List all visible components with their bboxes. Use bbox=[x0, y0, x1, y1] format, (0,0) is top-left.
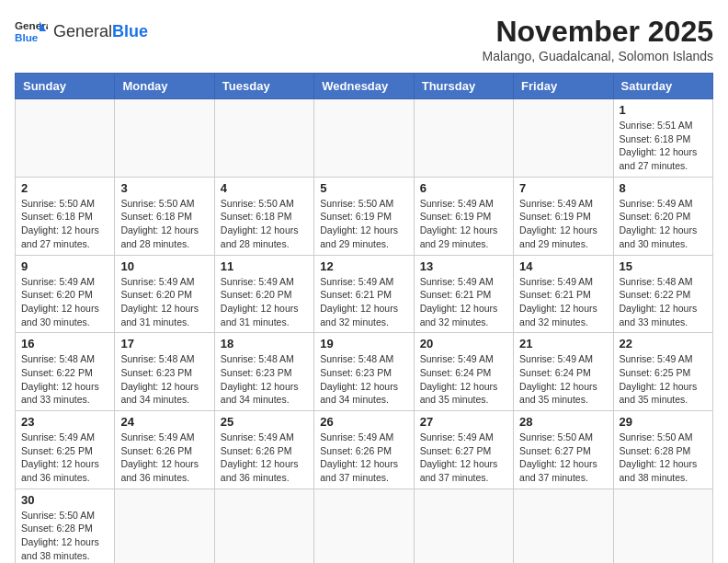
col-friday: Friday bbox=[514, 74, 613, 99]
calendar-cell: 26Sunrise: 5:49 AM Sunset: 6:26 PM Dayli… bbox=[314, 411, 414, 489]
logo: General Blue GeneralBlue bbox=[15, 15, 148, 48]
calendar-cell: 13Sunrise: 5:49 AM Sunset: 6:21 PM Dayli… bbox=[414, 255, 513, 333]
calendar-week-0: 1Sunrise: 5:51 AM Sunset: 6:18 PM Daylig… bbox=[16, 99, 713, 178]
calendar-cell: 7Sunrise: 5:49 AM Sunset: 6:19 PM Daylig… bbox=[514, 177, 613, 255]
col-saturday: Saturday bbox=[613, 74, 712, 99]
day-number: 22 bbox=[620, 337, 707, 350]
calendar-cell: 3Sunrise: 5:50 AM Sunset: 6:18 PM Daylig… bbox=[115, 177, 214, 255]
calendar-cell: 28Sunrise: 5:50 AM Sunset: 6:27 PM Dayli… bbox=[514, 411, 613, 489]
calendar-cell bbox=[314, 99, 414, 178]
calendar-week-1: 2Sunrise: 5:50 AM Sunset: 6:18 PM Daylig… bbox=[16, 177, 713, 255]
day-info: Sunrise: 5:50 AM Sunset: 6:27 PM Dayligh… bbox=[519, 431, 607, 485]
calendar-cell: 6Sunrise: 5:49 AM Sunset: 6:19 PM Daylig… bbox=[414, 177, 513, 255]
day-info: Sunrise: 5:49 AM Sunset: 6:20 PM Dayligh… bbox=[221, 275, 308, 329]
day-number: 28 bbox=[519, 415, 607, 429]
day-number: 5 bbox=[320, 181, 407, 195]
day-info: Sunrise: 5:50 AM Sunset: 6:28 PM Dayligh… bbox=[21, 509, 108, 563]
day-number: 7 bbox=[519, 181, 607, 195]
calendar-table: Sunday Monday Tuesday Wednesday Thursday… bbox=[15, 73, 713, 563]
day-info: Sunrise: 5:49 AM Sunset: 6:25 PM Dayligh… bbox=[620, 352, 707, 407]
header: General Blue GeneralBlue November 2025 M… bbox=[15, 15, 713, 63]
calendar-title: November 2025 bbox=[483, 15, 713, 49]
day-info: Sunrise: 5:50 AM Sunset: 6:18 PM Dayligh… bbox=[120, 197, 208, 251]
calendar-cell bbox=[214, 99, 313, 178]
calendar-week-2: 9Sunrise: 5:49 AM Sunset: 6:20 PM Daylig… bbox=[16, 255, 713, 333]
day-info: Sunrise: 5:49 AM Sunset: 6:21 PM Dayligh… bbox=[420, 275, 507, 329]
calendar-cell bbox=[115, 488, 214, 563]
day-info: Sunrise: 5:49 AM Sunset: 6:27 PM Dayligh… bbox=[420, 431, 507, 485]
calendar-cell: 8Sunrise: 5:49 AM Sunset: 6:20 PM Daylig… bbox=[613, 177, 712, 255]
day-number: 27 bbox=[420, 415, 507, 429]
day-number: 21 bbox=[519, 337, 607, 350]
day-number: 9 bbox=[21, 259, 108, 273]
day-info: Sunrise: 5:49 AM Sunset: 6:20 PM Dayligh… bbox=[620, 197, 707, 251]
day-info: Sunrise: 5:48 AM Sunset: 6:22 PM Dayligh… bbox=[21, 352, 108, 407]
calendar-cell: 19Sunrise: 5:48 AM Sunset: 6:23 PM Dayli… bbox=[314, 333, 414, 411]
day-number: 2 bbox=[21, 181, 108, 195]
calendar-cell: 23Sunrise: 5:49 AM Sunset: 6:25 PM Dayli… bbox=[16, 411, 115, 489]
day-info: Sunrise: 5:48 AM Sunset: 6:23 PM Dayligh… bbox=[221, 352, 308, 407]
col-thursday: Thursday bbox=[414, 74, 513, 99]
calendar-cell bbox=[414, 99, 513, 178]
day-info: Sunrise: 5:50 AM Sunset: 6:18 PM Dayligh… bbox=[221, 197, 308, 251]
day-info: Sunrise: 5:49 AM Sunset: 6:25 PM Dayligh… bbox=[21, 431, 108, 485]
calendar-cell: 30Sunrise: 5:50 AM Sunset: 6:28 PM Dayli… bbox=[16, 488, 115, 563]
day-info: Sunrise: 5:49 AM Sunset: 6:26 PM Dayligh… bbox=[320, 431, 407, 485]
calendar-week-4: 23Sunrise: 5:49 AM Sunset: 6:25 PM Dayli… bbox=[16, 411, 713, 489]
calendar-cell bbox=[214, 488, 313, 563]
col-sunday: Sunday bbox=[16, 74, 115, 99]
calendar-cell bbox=[314, 488, 414, 563]
day-number: 14 bbox=[519, 259, 607, 273]
day-info: Sunrise: 5:49 AM Sunset: 6:26 PM Dayligh… bbox=[120, 431, 208, 485]
day-number: 17 bbox=[120, 337, 208, 350]
day-number: 13 bbox=[420, 259, 507, 273]
calendar-cell: 18Sunrise: 5:48 AM Sunset: 6:23 PM Dayli… bbox=[214, 333, 313, 411]
logo-text: GeneralBlue bbox=[53, 22, 148, 41]
calendar-cell: 14Sunrise: 5:49 AM Sunset: 6:21 PM Dayli… bbox=[514, 255, 613, 333]
day-info: Sunrise: 5:48 AM Sunset: 6:23 PM Dayligh… bbox=[120, 352, 208, 407]
day-number: 25 bbox=[221, 415, 308, 429]
calendar-cell: 15Sunrise: 5:48 AM Sunset: 6:22 PM Dayli… bbox=[613, 255, 712, 333]
day-info: Sunrise: 5:49 AM Sunset: 6:21 PM Dayligh… bbox=[320, 275, 407, 329]
calendar-cell bbox=[115, 99, 214, 178]
calendar-cell bbox=[514, 99, 613, 178]
title-area: November 2025 Malango, Guadalcanal, Solo… bbox=[483, 15, 713, 63]
day-info: Sunrise: 5:49 AM Sunset: 6:24 PM Dayligh… bbox=[519, 352, 607, 407]
day-info: Sunrise: 5:50 AM Sunset: 6:18 PM Dayligh… bbox=[21, 197, 108, 251]
day-info: Sunrise: 5:48 AM Sunset: 6:23 PM Dayligh… bbox=[320, 352, 407, 407]
day-number: 16 bbox=[21, 337, 108, 350]
svg-text:Blue: Blue bbox=[15, 31, 39, 43]
day-number: 18 bbox=[221, 337, 308, 350]
day-number: 15 bbox=[620, 259, 707, 273]
day-number: 12 bbox=[320, 259, 407, 273]
day-number: 20 bbox=[420, 337, 507, 350]
calendar-cell bbox=[613, 488, 712, 563]
day-number: 3 bbox=[120, 181, 208, 195]
day-info: Sunrise: 5:51 AM Sunset: 6:18 PM Dayligh… bbox=[620, 119, 707, 173]
day-number: 10 bbox=[120, 259, 208, 273]
day-number: 30 bbox=[21, 493, 108, 507]
day-number: 1 bbox=[620, 103, 707, 117]
calendar-cell: 2Sunrise: 5:50 AM Sunset: 6:18 PM Daylig… bbox=[16, 177, 115, 255]
header-row: Sunday Monday Tuesday Wednesday Thursday… bbox=[16, 74, 713, 99]
day-info: Sunrise: 5:50 AM Sunset: 6:28 PM Dayligh… bbox=[620, 431, 707, 485]
calendar-cell: 22Sunrise: 5:49 AM Sunset: 6:25 PM Dayli… bbox=[613, 333, 712, 411]
calendar-cell bbox=[514, 488, 613, 563]
calendar-cell: 11Sunrise: 5:49 AM Sunset: 6:20 PM Dayli… bbox=[214, 255, 313, 333]
page-container: General Blue GeneralBlue November 2025 M… bbox=[15, 15, 713, 563]
calendar-cell: 27Sunrise: 5:49 AM Sunset: 6:27 PM Dayli… bbox=[414, 411, 513, 489]
day-info: Sunrise: 5:49 AM Sunset: 6:24 PM Dayligh… bbox=[420, 352, 507, 407]
day-number: 11 bbox=[221, 259, 308, 273]
calendar-cell: 12Sunrise: 5:49 AM Sunset: 6:21 PM Dayli… bbox=[314, 255, 414, 333]
col-tuesday: Tuesday bbox=[214, 74, 313, 99]
calendar-cell: 1Sunrise: 5:51 AM Sunset: 6:18 PM Daylig… bbox=[613, 99, 712, 178]
day-info: Sunrise: 5:49 AM Sunset: 6:21 PM Dayligh… bbox=[519, 275, 607, 329]
calendar-cell: 20Sunrise: 5:49 AM Sunset: 6:24 PM Dayli… bbox=[414, 333, 513, 411]
calendar-week-3: 16Sunrise: 5:48 AM Sunset: 6:22 PM Dayli… bbox=[16, 333, 713, 411]
calendar-cell: 29Sunrise: 5:50 AM Sunset: 6:28 PM Dayli… bbox=[613, 411, 712, 489]
day-info: Sunrise: 5:49 AM Sunset: 6:26 PM Dayligh… bbox=[221, 431, 308, 485]
calendar-cell: 4Sunrise: 5:50 AM Sunset: 6:18 PM Daylig… bbox=[214, 177, 313, 255]
day-info: Sunrise: 5:50 AM Sunset: 6:19 PM Dayligh… bbox=[320, 197, 407, 251]
day-number: 29 bbox=[620, 415, 707, 429]
col-wednesday: Wednesday bbox=[314, 74, 414, 99]
